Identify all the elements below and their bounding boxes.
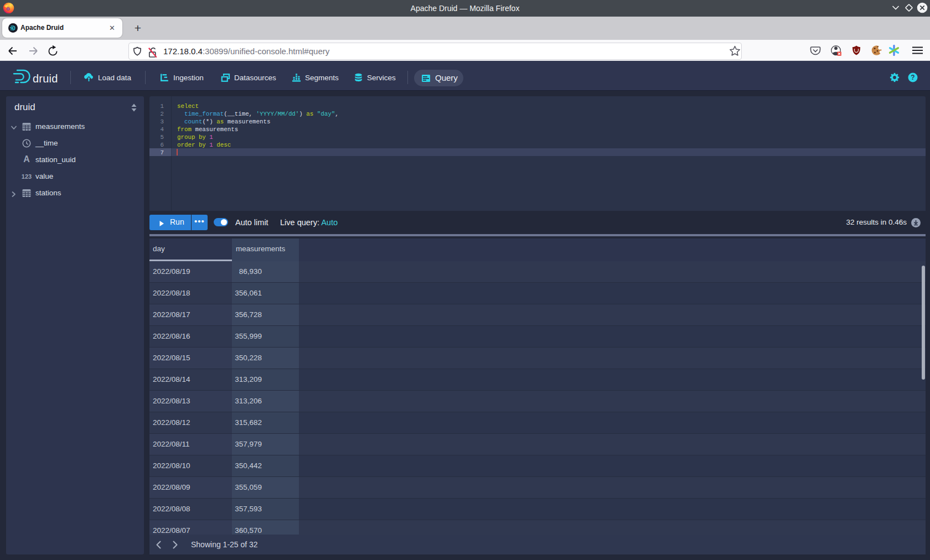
svg-text:?: ? <box>911 74 914 81</box>
